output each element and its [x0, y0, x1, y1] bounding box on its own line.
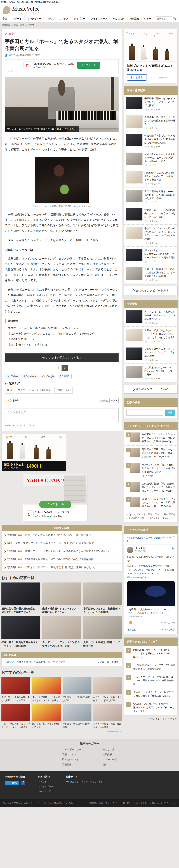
fb-comments-plugin-link[interactable]: Facebookコメントプラグイン: [5, 424, 119, 427]
footer-bottom-link[interactable]: サイトマップ: [164, 802, 176, 804]
tweet-via[interactable]: @musicvoicejpから: [127, 576, 147, 579]
sns-link[interactable]: RSSフィード: [38, 789, 53, 793]
ad-title[interactable]: Yahoo! JAPAN ニュースにスポ...: [33, 62, 75, 66]
share-button[interactable]: G+ Google: [40, 374, 56, 379]
featured-item[interactable]: スカート・澤部渡「人それぞれの感性が決めるもの」ポップスにこだわる理由 📄インタ…: [124, 265, 177, 283]
featured-item[interactable]: April「みんなともっと会える2019年に」ヒーリング系グループの素顔に迫る …: [124, 150, 177, 169]
western-item[interactable]: 世界へ、必然だった出会い――、HYDE×Starset 惹かれ合った才 終わりな…: [124, 327, 177, 345]
yesterday-more-link[interactable]: » 記事一覧（14本）: [97, 660, 119, 664]
nav-item[interactable]: レポート: [10, 15, 25, 22]
ranking-item[interactable]: 2 阿部真央「正直、不安だった」声帯手術に出産…変化と向き合い続けた10年（48…: [124, 445, 177, 461]
nav-item[interactable]: フォトニュース: [88, 15, 110, 22]
western-item[interactable]: 音楽は普遍的な言語、キャンディス・スプリングス 引き継ぐ遺志 📄インタビュー: [124, 345, 177, 364]
featured-item[interactable]: 坂本冬美「歌は体の一部」生活の中から生まれる演歌の魅力 📄インタビュー: [124, 113, 177, 132]
sort-select[interactable]: 最新 ▾: [110, 398, 119, 403]
recommend-item[interactable]: 桜井日奈子、最新写真集からスナップショット配信開始: [1, 616, 40, 648]
share-button[interactable]: f Facebook: [22, 374, 38, 379]
recommend-item[interactable]: 夏菜、ばっさり髪型が話題に、妊娠説も浮上: [83, 616, 122, 648]
ranking-item[interactable]: 4 きゃりー、大胆イメチェン レアなデコ出しショット「全然雰囲気違う」: [124, 688, 177, 700]
nav-item[interactable]: エンタメ: [56, 15, 71, 22]
author-name[interactable]: 編集部: [9, 54, 15, 57]
sidebar-search-input[interactable]: [126, 409, 163, 415]
tag[interactable]: NHK: [5, 387, 14, 394]
nav-item[interactable]: 音楽: [0, 15, 10, 22]
view-on-twitter-link[interactable]: Twitterで表示: [161, 628, 175, 631]
breadcrumb[interactable]: 現在位置：HOME » 音楽 » 記事本文: [0, 22, 179, 28]
related-article-link[interactable]: ❯ 宇多田ヒカル「歌姫ってなんなん」著名人に広がる、変わり種は綾小路翔: [2, 531, 122, 539]
cosme-ad[interactable]: 落とす洗う潤す守る 国産 香る化粧水 3670円引きで 1480円: [1, 434, 66, 471]
footer-nav-link[interactable]: 音楽配信: [62, 763, 81, 766]
liked-tweets-label[interactable]: @musicvoicejpさんがいいねしたツイート: [126, 536, 173, 543]
footer-bottom-link[interactable]: 音楽情報・提供元リスト: [89, 802, 111, 804]
more-ranking-link[interactable]: » ランキングをもっと見る: [124, 715, 178, 726]
comment-input[interactable]: コメントを追加...: [5, 408, 119, 422]
footer-bottom-link[interactable]: 運営会社: [141, 802, 148, 804]
recommend-item[interactable]: 桜井玲香、こだわりの“食事”が話題: [63, 677, 91, 702]
app-ad-bottom[interactable]: YAHOO! JAPAN インストール Y! Yahoo! JAPAN ニュース…: [23, 474, 88, 521]
twitter-follow-button[interactable]: 🐦 Follow: [5, 781, 19, 785]
western-item[interactable]: この現象は続く、Michael Fortunati ユーロビートブーム再来 📄イ…: [124, 364, 177, 382]
ad-close-icon[interactable]: ✕ ⓘ: [7, 69, 116, 74]
ranking-item[interactable]: 4 西銘駿×浅川梨奈「学力は圧倒的にないです…」ノー勉強系が挑んだ「リケ恋」（2…: [124, 480, 177, 495]
facebook-icon[interactable]: f: [21, 780, 25, 785]
footer-nav-link[interactable]: 特集: [103, 763, 117, 766]
featured-item[interactable]: 音楽で新鮮な気持ちに――、福地桃子 主人公の成長に重ねた太鼓の修練 📄インタビュ…: [124, 187, 177, 206]
sns-link[interactable]: ツイッター: [38, 780, 53, 783]
article-category[interactable]: 🖉 音楽: [5, 32, 119, 35]
footer-nav-link[interactable]: 注目記事: [103, 753, 117, 756]
ranking-item[interactable]: 5 Lead「ストロングな姿も一度見て欲しい」デビュー17年目に見せる新たな魅力…: [124, 495, 177, 510]
western-item[interactable]: カーペンターズ、今も色褪せぬ名曲 リチャード「カレンは天才だった」 📄インタビュ…: [124, 308, 177, 327]
tweet[interactable]: hiromi 🌸 @mdykkr12 🐦 胸が熱くなるレポだなぁ。お写真いっぱい…: [126, 545, 175, 632]
sidebar-search-button[interactable]: 検索: [165, 409, 175, 415]
search-input[interactable]: [156, 17, 172, 21]
related-article-link[interactable]: ❯ 宇多田ヒカル、20周年迎え祝福殺到 過去に小室哲哉や平井堅が才能を絶賛: [2, 555, 122, 563]
ad-more-button[interactable]: もっとみる: [127, 74, 147, 81]
ranking-item[interactable]: 3 「スジガネーゼ」初公開収録レポ、ユニコーン民生＆ABEDON、鬼龍院ら登場: [124, 673, 177, 688]
footer-nav-link[interactable]: フォトギャラリー: [62, 748, 81, 751]
hero-image[interactable]: 📷 プロフェッショナル 仕事の流儀「宇多田ヒカル スペシャル」: [5, 77, 119, 132]
install-button[interactable]: インストール: [77, 62, 100, 69]
recommend-item[interactable]: 沢尻エリカ、撮影の合間に見せた素顔ショットが話題: [1, 677, 30, 702]
featured-item[interactable]: 平原綾香「意味のないチャレンジはない」メリー・ポピンズで実感 📄インタビュー: [124, 95, 177, 113]
yesterday-article-link[interactable]: 全国ツアーに輝きを獲得した写真特集、魅せ方は「音楽」: [4, 660, 68, 664]
related-article-link[interactable]: ❯ NHK「クローズアップ！サザン新春スペシャル」放送決定、好評を受け拡大: [2, 539, 122, 547]
tweet-card[interactable]: 海蔵亮太、人生初のワンマンツアーに... シンガーの海蔵亮太が２月23日、愛..…: [127, 581, 175, 620]
nav-item[interactable]: レター: [142, 15, 154, 22]
recommend-item[interactable]: キムタクの次女・Koki,「愛こそすべて」投稿が話題に: [93, 677, 122, 702]
recommend-item[interactable]: 酒豪に使う男の勝負服を知的に？何をするかご存知ですか？: [1, 583, 40, 614]
sns-link[interactable]: フェイスブック: [38, 785, 53, 788]
page-2-button[interactable]: 2: [62, 365, 68, 371]
view-all-interviews-button[interactable]: ❯ 全てのインタビューをみる: [124, 286, 178, 295]
site-logo[interactable]: MusicVoice ミュージックヴォイス: [12, 6, 42, 14]
footer-nav-link[interactable]: ニュース一覧: [103, 758, 117, 761]
like-icon[interactable]: ♡ 🔁: [127, 621, 132, 624]
featured-item[interactable]: 竹達彩奈「本当に戦うべき相手は自分自身」人気声優が楽曲に込める想いとは 📄インタ…: [124, 132, 177, 150]
tag[interactable]: プロフェッショナル 仕事の流儀: [16, 387, 53, 394]
share-button[interactable]: 💬 LINE: [58, 374, 71, 379]
recommend-item[interactable]: 【ネットで話題】「香りが好きすぎて」キムタク静香も…: [32, 677, 61, 702]
footer-bottom-link[interactable]: 広告について: [127, 802, 139, 804]
more-photos-button[interactable]: 📷 この記事の写真をもっと見る: [5, 353, 119, 362]
nav-item[interactable]: インタビュー: [25, 15, 44, 22]
footer-bottom-link[interactable]: お問い合わせ: [150, 802, 162, 804]
view-all-interviews-button[interactable]: ❯ 全てのインタビューをみる: [124, 385, 178, 394]
twitter-bird-icon[interactable]: 🐦: [171, 547, 175, 553]
search-icon[interactable]: 🔍: [173, 17, 177, 21]
recommended-by-label[interactable]: Recommended by: [2, 730, 122, 732]
ranking-item[interactable]: 1 西山茉希「ごまかしたくなかった」過去を語った理由、母になり変わった仕事観（9…: [124, 430, 177, 445]
featured-item[interactable]: Nulbarich「この先に続く意思みたいなもの」アート作品のような音楽とは 📄…: [124, 169, 177, 187]
sidebar-ad[interactable]: ❄❄ ❄❄ 落とす洗う潤す守る 無料プレゼントが豪華すぎる…！香るコスメ もっと…: [124, 29, 178, 83]
install-button[interactable]: インストール: [39, 501, 71, 508]
embed-link[interactable]: 埋め込む: [127, 628, 136, 631]
featured-item[interactable]: 音楽は「脈」――、黒羽麻璃央 ナチュラルな存在でいたい 演じる心構え 📄インタビ…: [124, 206, 177, 224]
featured-item[interactable]: 果歩「ライブハウスで歌い続けられるアーティストに」次世代シンガーソングライターの…: [124, 224, 177, 247]
recommend-item[interactable]: 桜井玲香、芸術的な“美貌”が話題: [63, 704, 91, 729]
recommend-item[interactable]: 【ネットで話題】「香りが好きすぎて」キムタク静香も…: [1, 704, 30, 729]
nav-item[interactable]: ディズニー: [71, 15, 88, 22]
ranking-item[interactable]: 1 PassCode、女性・男子学生限定ライブ パスコらしさ溢れた「VALENT…: [124, 646, 177, 661]
ranking-item[interactable]: 2 三代目JSB登坂「リラックスしている感覚を大事に」新曲配信開始: [124, 661, 177, 673]
recommend-item[interactable]: キムタクの次女・Koki、抜群スタイルが話題に: [93, 704, 122, 729]
recommend-item[interactable]: カナダ・ニューファンドランド犬でひそかのふるさと公開: [42, 616, 81, 648]
recommend-item[interactable]: 金爆・樽美酒やっぱりマイナス？綺麗好きとのつながり: [42, 583, 81, 614]
footer-nav-link[interactable]: 音楽エンタメ: [62, 753, 81, 756]
